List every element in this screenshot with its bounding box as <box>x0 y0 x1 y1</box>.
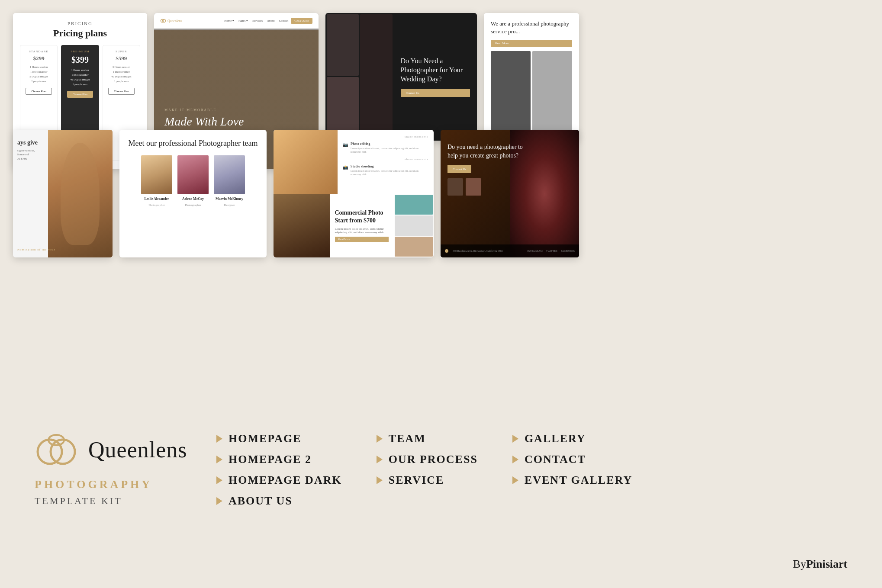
nav-team[interactable]: TEAM <box>377 432 478 445</box>
nav-label-event-gallery: EVENT GALLERY <box>525 474 632 487</box>
side-photo-3 <box>395 237 433 257</box>
arrow-homepage2 <box>216 456 222 463</box>
commercial-title: Commercial Photo Start from $700 <box>335 209 389 225</box>
nav-column-3: GALLERY CONTACT EVENT GALLERY <box>512 432 632 508</box>
byline: ByPinisiart <box>793 558 847 571</box>
brand-sub1: PHOTOGRAPHY <box>35 478 152 491</box>
dp-mini-photos <box>447 178 482 196</box>
professional-title: We are a professional photography servic… <box>491 20 572 35</box>
hero-nav-cta[interactable]: Get a Quote <box>291 18 312 24</box>
wedding-photo-tall <box>360 14 392 138</box>
dp-content: Do you need a photographer to help you c… <box>447 143 524 196</box>
choose-super-button[interactable]: Choose Plan <box>108 88 134 95</box>
member-name-3: Marvin McKinney <box>216 197 243 201</box>
nav-homepage2[interactable]: HOMEPAGE 2 <box>216 453 342 466</box>
wedding-photos <box>325 13 394 141</box>
svc-photo-editing: 📷 Photo editing Lorem ipsum dolor sit am… <box>343 142 428 154</box>
dp-footer: 380 Bassfdown Dr. Richardson, California… <box>441 244 579 257</box>
brand-sub2: TEMPLATE KIT <box>35 495 122 507</box>
professional-btn[interactable]: Read More <box>491 40 572 47</box>
nav-column-2: TEAM OUR PROCESS SERVICE <box>377 432 478 508</box>
pinisiart-text: Pinisiart <box>806 558 847 570</box>
side-photo-1 <box>395 195 433 215</box>
pricing-label: PRICING <box>20 21 140 26</box>
team-member-3: Marvin McKinney Designer <box>214 155 245 207</box>
hero-sub: MAKE IT MEMORABLE <box>164 108 244 112</box>
wedding-dark-btn[interactable]: Contact Us <box>401 89 470 97</box>
camera2-icon: 📸 <box>343 165 348 170</box>
pricing-heading: Pricing plans <box>20 28 140 39</box>
svc-commercial-content: Commercial Photo Start from $700 Lorem i… <box>330 194 394 258</box>
team-screenshot: Meet our professional Photographer team … <box>119 130 267 257</box>
arrow-homepage-dark <box>216 476 222 484</box>
member-name-1: Leslie Alexander <box>144 197 169 201</box>
nav-label-contact: CONTACT <box>525 453 586 466</box>
wedding-dark-screenshot: Do You Need a Photographer for Your Wedd… <box>325 13 477 141</box>
nav-event-gallery[interactable]: EVENT GALLERY <box>512 474 632 487</box>
nav-column-1: HOMEPAGE HOMEPAGE 2 HOMEPAGE DARK ABOUT … <box>216 432 342 508</box>
bottom-section: Queenlens PHOTOGRAPHY TEMPLATE KIT HOMEP… <box>0 406 882 588</box>
screenshots-row2: ays give s give with us, liances of At $… <box>0 130 882 257</box>
tier-label-super: SUPER <box>116 50 127 53</box>
nav-label-homepage-dark: HOMEPAGE DARK <box>229 474 342 487</box>
team-members: Leslie Alexander Photographer Arlene McC… <box>126 155 260 207</box>
arrow-team <box>377 435 383 443</box>
nav-label-team: TEAM <box>389 432 426 445</box>
tier-label-standard: STANDARD <box>29 50 49 53</box>
dp-contact-btn[interactable]: Contact Us <box>447 165 471 173</box>
nav-gallery[interactable]: GALLERY <box>512 432 632 445</box>
services-screenshot: share moments 📷 Photo editing Lorem ipsu… <box>274 130 434 257</box>
arrow-service <box>377 476 383 484</box>
nav-homepage-dark[interactable]: HOMEPAGE DARK <box>216 474 342 487</box>
nav-label-gallery: GALLERY <box>525 432 586 445</box>
give-text: ays give s give with us, liances of At $… <box>17 138 56 161</box>
commercial-btn[interactable]: Read More <box>335 237 389 242</box>
hero-nav: Queenlens Home ▾ Pages ▾ Services About … <box>154 13 319 29</box>
nav-about-us[interactable]: ABOUT US <box>216 495 342 508</box>
nav-service[interactable]: SERVICE <box>377 474 478 487</box>
give-photo <box>48 130 113 257</box>
wedding-photo-1 <box>327 14 359 76</box>
nav-label-about-us: ABOUT US <box>229 495 293 508</box>
give-person <box>48 130 113 257</box>
side-photo-2 <box>395 215 433 236</box>
price-premium: $399 <box>71 55 89 65</box>
commercial-desc: Lorem ipsum dolor sit amet, consectetur … <box>335 227 389 234</box>
wedding-photo-2 <box>327 77 359 138</box>
services-bottom: Commercial Photo Start from $700 Lorem i… <box>274 194 434 258</box>
avatar-arlene <box>177 155 209 194</box>
by-text: By <box>793 558 806 570</box>
choose-standard-button[interactable]: Choose Plan <box>26 88 52 95</box>
nav-label-homepage: HOMEPAGE <box>229 432 302 445</box>
professional-photos <box>491 51 572 134</box>
brand-name: Queenlens <box>88 437 187 463</box>
arrow-about-us <box>216 497 222 505</box>
pro-photo-1 <box>491 51 531 134</box>
location-icon <box>445 249 448 253</box>
nav-our-process[interactable]: OUR PROCESS <box>377 453 478 466</box>
svc-studio-shooting: 📸 Studio shooting Lorem ipsum dolor sit … <box>343 164 428 177</box>
svc-side-photos <box>394 194 434 258</box>
hero-title: Made With Love <box>164 115 244 129</box>
dp-mini-2 <box>466 178 481 196</box>
brand-logo-row: Queenlens <box>35 428 187 471</box>
dp-mini-1 <box>447 178 463 196</box>
professional-screenshot: We are a professional photography servic… <box>484 13 579 141</box>
team-member-2: Arlene McCoy Photographer <box>177 155 209 207</box>
tier-label-premium: PRE-MIUM <box>71 50 89 53</box>
nav-contact[interactable]: CONTACT <box>512 453 632 466</box>
pro-photo-2 <box>532 51 572 134</box>
camera-icon: 📷 <box>343 142 348 147</box>
arrow-event-gallery <box>512 476 518 484</box>
avatar-leslie <box>141 155 172 194</box>
svg-point-1 <box>163 19 166 22</box>
queenlens-logo-icon <box>35 428 78 471</box>
member-role-1: Photographer <box>148 203 165 207</box>
dp-address: 380 Bassfdown Dr. Richardson, California… <box>453 250 503 252</box>
choose-premium-button[interactable]: Choose Plan <box>67 91 93 98</box>
services-photo <box>274 130 338 194</box>
nav-homepage[interactable]: HOMEPAGE <box>216 432 342 445</box>
wedding-dark-title: Do You Need a Photographer for Your Wedd… <box>401 57 470 84</box>
team-title: Meet our professional Photographer team <box>126 138 260 148</box>
price-standard: $299 <box>33 55 45 62</box>
